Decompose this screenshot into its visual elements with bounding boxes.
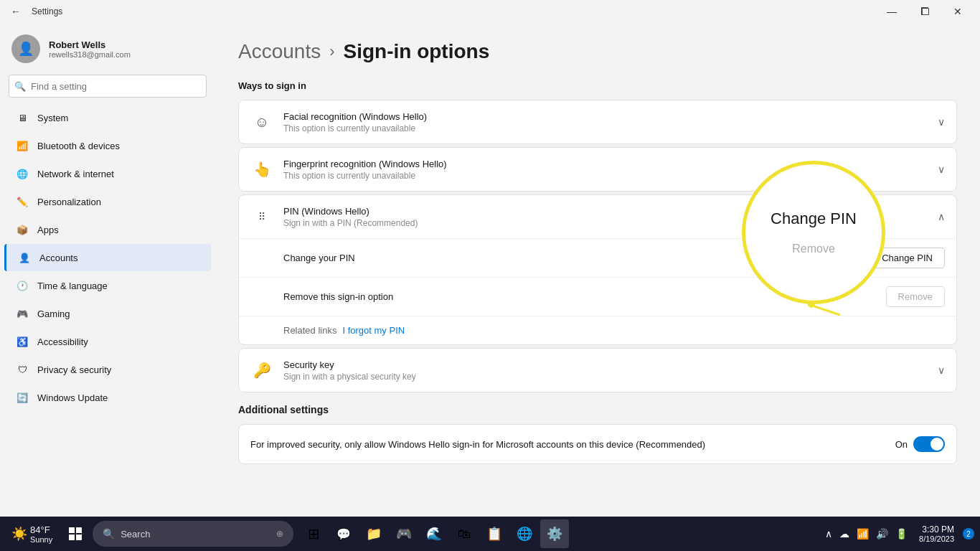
- sidebar-item-personalization[interactable]: ✏️ Personalization: [4, 188, 211, 215]
- taskbar-portal-icon[interactable]: 📋: [480, 519, 509, 548]
- taskbar-widgets-icon[interactable]: ⊞: [299, 519, 328, 548]
- breadcrumb-parent[interactable]: Accounts: [238, 40, 321, 63]
- time-nav-icon: 🕐: [16, 279, 29, 292]
- facial-recognition-row[interactable]: ☺ Facial recognition (Windows Hello) Thi…: [239, 100, 956, 143]
- pin-title: PIN (Windows Hello): [283, 206, 938, 217]
- fingerprint-text: Fingerprint recognition (Windows Hello) …: [283, 159, 938, 181]
- sidebar-item-accessibility[interactable]: ♿ Accessibility: [4, 328, 211, 355]
- sidebar-item-apps[interactable]: 📦 Apps: [4, 216, 211, 243]
- title-bar: ← Settings — ⧠ ✕: [0, 0, 980, 23]
- breadcrumb-current: Sign-in options: [344, 40, 490, 63]
- taskbar-explorer-icon[interactable]: 📁: [359, 519, 388, 548]
- sidebar-item-label-system: System: [37, 113, 68, 123]
- additional-settings-section: Additional settings For improved securit…: [238, 404, 957, 464]
- forgot-pin-link[interactable]: I forgot my PIN: [342, 325, 405, 336]
- system-nav-icon: 🖥: [16, 111, 29, 124]
- taskbar-search[interactable]: 🔍 Search ⊕: [93, 521, 293, 547]
- content-area: Accounts › Sign-in options Ways to sign …: [238, 40, 957, 464]
- app-title: Settings: [32, 6, 62, 17]
- start-button[interactable]: [61, 519, 90, 548]
- remove-option-row: Remove this sign-in option Remove: [239, 278, 956, 316]
- sidebar-item-update[interactable]: 🔄 Windows Update: [4, 384, 211, 411]
- sidebar-item-label-update: Windows Update: [37, 392, 108, 403]
- sidebar-item-label-time: Time & language: [37, 281, 108, 291]
- taskbar-xbox-icon[interactable]: 🎮: [390, 519, 418, 548]
- clock-time: 3:30 PM: [919, 524, 954, 534]
- clock-date: 8/19/2023: [919, 534, 954, 543]
- sidebar-item-time[interactable]: 🕐 Time & language: [4, 272, 211, 299]
- sidebar-item-label-apps: Apps: [37, 225, 59, 235]
- close-button[interactable]: ✕: [941, 0, 974, 23]
- accounts-nav-icon: 👤: [18, 251, 31, 264]
- svg-rect-4: [69, 534, 75, 540]
- wifi-icon[interactable]: 📶: [854, 525, 872, 542]
- chevron-tray-icon[interactable]: ∧: [822, 525, 835, 542]
- taskbar-store-icon[interactable]: 🛍: [450, 519, 479, 548]
- sidebar-search-input[interactable]: [9, 75, 207, 98]
- security-key-row[interactable]: 🔑 Security key Sign in with a physical s…: [239, 349, 956, 392]
- taskbar-search-text: Search: [121, 529, 150, 540]
- toggle-label: On: [895, 439, 908, 450]
- breadcrumb-separator: ›: [329, 42, 334, 61]
- taskbar-teams-icon[interactable]: 💬: [329, 519, 358, 548]
- weather-icon: ☀️: [11, 526, 27, 542]
- pin-body: Change your PIN Change PIN Remove this s…: [239, 239, 956, 344]
- pin-text: PIN (Windows Hello) Sign in with a PIN (…: [283, 206, 938, 228]
- security-toggle[interactable]: [913, 436, 945, 452]
- volume-icon[interactable]: 🔊: [873, 525, 891, 542]
- sidebar-item-label-gaming: Gaming: [37, 309, 70, 319]
- sidebar-item-bluetooth[interactable]: 📶 Bluetooth & devices: [4, 132, 211, 159]
- onedrive-icon[interactable]: ☁: [837, 525, 852, 542]
- change-pin-button[interactable]: Change PIN: [870, 248, 945, 268]
- security-key-icon: 🔑: [250, 359, 273, 382]
- fingerprint-recognition-row[interactable]: 👆 Fingerprint recognition (Windows Hello…: [239, 148, 956, 191]
- search-icon: 🔍: [14, 81, 26, 92]
- svg-rect-2: [69, 527, 75, 533]
- facial-chevron-icon: ∨: [938, 116, 945, 128]
- system-tray: ∧ ☁ 📶 🔊 🔋: [822, 525, 910, 542]
- security-key-card: 🔑 Security key Sign in with a physical s…: [238, 348, 957, 392]
- remove-button[interactable]: Remove: [886, 286, 945, 307]
- sidebar-item-label-personalization: Personalization: [37, 197, 101, 207]
- taskbar-edge-icon[interactable]: 🌊: [420, 519, 448, 548]
- taskbar-chrome-icon[interactable]: 🌐: [510, 519, 539, 548]
- facial-recognition-title: Facial recognition (Windows Hello): [283, 111, 938, 122]
- user-info: Robert Wells rewells318@gmail.com: [49, 39, 131, 59]
- notification-badge[interactable]: 2: [963, 528, 974, 540]
- additional-settings-title: Additional settings: [238, 404, 957, 415]
- taskbar-search-icon: 🔍: [103, 528, 115, 540]
- sidebar-item-privacy[interactable]: 🛡 Privacy & security: [4, 356, 211, 383]
- personalization-nav-icon: ✏️: [16, 195, 29, 208]
- back-button[interactable]: ←: [6, 1, 26, 22]
- minimize-button[interactable]: —: [875, 0, 908, 23]
- pin-header[interactable]: ⠿ PIN (Windows Hello) Sign in with a PIN…: [239, 195, 956, 239]
- security-setting-text: For improved security, only allow Window…: [250, 439, 895, 450]
- user-profile: 👤 Robert Wells rewells318@gmail.com: [0, 23, 215, 72]
- user-email: rewells318@gmail.com: [49, 50, 131, 59]
- nav-list: 🖥 System 📶 Bluetooth & devices 🌐 Network…: [0, 103, 215, 412]
- taskbar-clock[interactable]: 3:30 PM 8/19/2023: [913, 524, 960, 543]
- maximize-button[interactable]: ⧠: [908, 0, 941, 23]
- sidebar-item-label-privacy: Privacy & security: [37, 364, 111, 375]
- weather-temp: 84°F: [30, 524, 52, 535]
- battery-icon[interactable]: 🔋: [892, 525, 910, 542]
- pin-icon: ⠿: [250, 205, 273, 228]
- sidebar-item-gaming[interactable]: 🎮 Gaming: [4, 300, 211, 327]
- sidebar-item-network[interactable]: 🌐 Network & internet: [4, 160, 211, 187]
- security-key-chevron-icon: ∨: [938, 364, 945, 376]
- sidebar-item-accounts[interactable]: 👤 Accounts: [4, 244, 211, 271]
- sidebar-search-box: 🔍: [9, 75, 207, 98]
- taskbar-settings-icon[interactable]: ⚙️: [540, 519, 569, 548]
- weather-widget[interactable]: ☀️ 84°F Sunny: [6, 524, 58, 544]
- svg-rect-5: [76, 534, 82, 540]
- sidebar-item-label-bluetooth: Bluetooth & devices: [37, 141, 120, 151]
- fingerprint-chevron-icon: ∨: [938, 164, 945, 175]
- sidebar-item-system[interactable]: 🖥 System: [4, 104, 211, 131]
- sidebar: 👤 Robert Wells rewells318@gmail.com 🔍 🖥 …: [0, 23, 215, 517]
- privacy-nav-icon: 🛡: [16, 363, 29, 376]
- sidebar-item-label-accessibility: Accessibility: [37, 336, 88, 347]
- facial-recognition-subtitle: This option is currently unavailable: [283, 123, 938, 133]
- main-content: Accounts › Sign-in options Ways to sign …: [215, 23, 980, 517]
- gaming-nav-icon: 🎮: [16, 307, 29, 320]
- remove-option-label: Remove this sign-in option: [283, 291, 886, 302]
